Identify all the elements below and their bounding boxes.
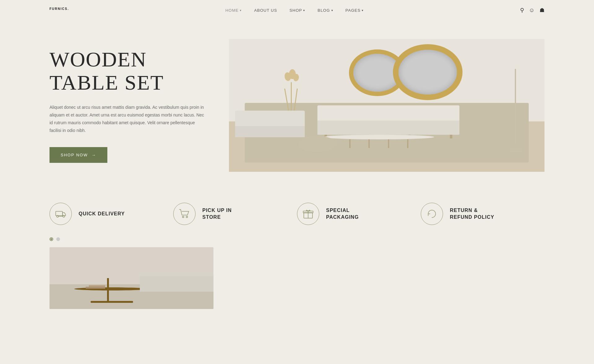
chevron-down-icon: ▾: [240, 9, 242, 12]
pick-up-text: PICK UP INSTORE: [202, 207, 232, 221]
nav-item-pages[interactable]: PAGES ▾: [346, 8, 364, 13]
chevron-down-icon: ▾: [303, 9, 305, 12]
main-nav: HOME ▾ ABOUT US SHOP ▾ BLOG ▾ PAGES ▾: [225, 8, 364, 13]
header-icons: ⚲ ☺ ☗: [520, 7, 544, 14]
sofa: [317, 105, 459, 135]
mirror-large: [393, 44, 462, 100]
logo[interactable]: FURNICS.: [50, 5, 69, 15]
hero-section: WOODEN TABLE SET Aliquet donec ut arcu r…: [0, 20, 594, 190]
table-leg: [368, 139, 370, 148]
svg-rect-0: [56, 211, 62, 216]
sofa-leg: [450, 135, 452, 138]
lamp-pole: [515, 69, 516, 143]
armchair: [235, 111, 304, 137]
brand-name: FURNICS: [50, 7, 67, 11]
quick-delivery-text: QUICK DELIVERY: [79, 210, 125, 217]
feature-pick-up-in-store: PICK UP INSTORE: [173, 203, 297, 225]
table-leg: [349, 139, 351, 148]
hero-description: Aliquet donec ut arcu risus amet mattis …: [50, 104, 204, 135]
lamp-shade: [506, 46, 526, 69]
bottom-section: [0, 247, 594, 309]
packaging-icon-circle: [297, 203, 319, 225]
nav-item-home[interactable]: HOME ▾: [225, 8, 242, 13]
brand-dot: .: [67, 7, 69, 11]
packaging-title: SPECIALPACKAGING: [326, 207, 359, 221]
pick-up-title: PICK UP INSTORE: [202, 207, 232, 221]
packaging-text: SPECIALPACKAGING: [326, 207, 359, 221]
slider-dot-1[interactable]: [50, 237, 53, 241]
table-leg: [388, 139, 389, 148]
armchair-back: [235, 111, 304, 128]
hero-title: WOODEN TABLE SET: [50, 48, 204, 94]
chevron-down-icon: ▾: [331, 9, 333, 12]
hero-text: WOODEN TABLE SET Aliquet donec ut arcu r…: [50, 48, 204, 163]
floor-lamp: [503, 46, 529, 152]
quick-delivery-icon-circle: [50, 203, 72, 225]
coffee-table: [324, 135, 434, 148]
sofa-seat: [317, 121, 459, 134]
gift-icon: [303, 208, 314, 219]
bottom-image: [50, 247, 213, 309]
table-leg: [407, 139, 408, 148]
slider-dots: [0, 231, 594, 247]
chevron-down-icon: ▾: [362, 9, 364, 12]
pick-up-icon-circle: [173, 203, 196, 225]
slider-dot-2[interactable]: [56, 237, 60, 241]
nav-item-shop[interactable]: SHOP ▾: [290, 8, 305, 13]
table-scene: [50, 247, 213, 309]
hero-image: [229, 39, 544, 172]
table-top: [324, 135, 434, 139]
header: FURNICS. HOME ▾ ABOUT US SHOP ▾ BLOG ▾ P…: [0, 0, 594, 20]
shopping-cart-icon: [179, 208, 190, 219]
shop-now-button[interactable]: SHOP NOW →: [50, 147, 107, 163]
truck-icon: [55, 208, 66, 219]
room-scene: [229, 39, 544, 172]
search-icon[interactable]: ⚲: [520, 7, 524, 14]
armchair-seat: [235, 126, 304, 137]
refresh-icon: [426, 208, 437, 219]
feature-quick-delivery: QUICK DELIVERY: [50, 203, 173, 225]
quick-delivery-title: QUICK DELIVERY: [79, 210, 125, 217]
table-legs: [340, 139, 418, 148]
svg-point-5: [186, 216, 188, 218]
features-section: QUICK DELIVERY PICK UP INSTORE: [0, 190, 594, 231]
cart-icon[interactable]: ☗: [540, 7, 544, 14]
return-icon-circle: [421, 203, 443, 225]
ottoman-pouf: [298, 136, 336, 152]
return-refund-title: RETURN &REFUND POLICY: [450, 207, 494, 221]
lamp-base: [510, 148, 523, 152]
return-refund-text: RETURN &REFUND POLICY: [450, 207, 494, 221]
svg-point-4: [183, 216, 184, 218]
feature-special-packaging: SPECIALPACKAGING: [297, 203, 421, 225]
user-icon[interactable]: ☺: [529, 7, 535, 14]
nav-item-blog[interactable]: BLOG ▾: [317, 8, 333, 13]
feature-return-refund: RETURN &REFUND POLICY: [421, 203, 544, 225]
nav-item-about[interactable]: ABOUT US: [254, 8, 277, 13]
